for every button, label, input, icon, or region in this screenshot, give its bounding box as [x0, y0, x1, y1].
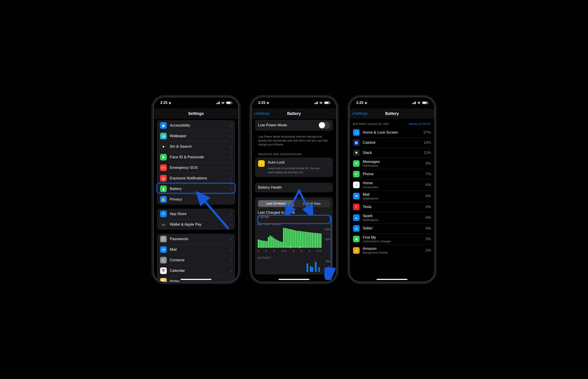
row-faceid[interactable]: ☻Face ID & Passcode› — [157, 152, 235, 162]
auto-lock-row[interactable]: 💡 Auto-Lock Auto-Lock is currently turne… — [255, 158, 333, 177]
mail-pct: 5% — [425, 194, 431, 198]
battery-icon — [226, 101, 232, 104]
level-bar — [273, 238, 274, 248]
back-button[interactable]: ‹ Settings — [254, 111, 270, 116]
phone-label: Phone — [363, 172, 422, 176]
activity-bar — [312, 267, 313, 272]
calcbot-pct: 15% — [424, 141, 431, 145]
level-bar — [303, 232, 305, 248]
usage-row-home-lock[interactable]: ❏Home & Lock Screen27% — [353, 127, 431, 138]
home-lock-label: Home & Lock Screen — [363, 130, 420, 135]
mail-label: Mail — [170, 247, 227, 252]
home-indicator[interactable] — [376, 279, 408, 280]
chevron-left-icon: ‹ — [352, 111, 354, 116]
usage-row-tesla[interactable]: TTesla4% — [353, 202, 431, 212]
usage-row-calcbot[interactable]: ▦Calcbot15% — [353, 138, 431, 148]
x-tick: 6 — [266, 250, 267, 252]
x-tick: 12 A — [281, 250, 286, 252]
seg-24h[interactable]: Last 24 Hours — [258, 200, 294, 207]
tesla-label: Tesla — [363, 205, 422, 209]
status-time: 2:25 — [160, 101, 167, 105]
x-tick: 9 — [309, 250, 310, 252]
home-indicator[interactable] — [180, 279, 212, 280]
y-50: 50% — [323, 238, 330, 240]
battery-content[interactable]: Low Power Mode Low Power Mode temporaril… — [252, 119, 336, 282]
time-range-segmented[interactable]: Last 24 Hours Last 10 Days — [258, 200, 330, 207]
level-bar — [286, 228, 288, 248]
contacts-label: Contacts — [170, 258, 227, 262]
nav-bar: ‹ Settings Battery — [252, 108, 336, 119]
usage-row-mail[interactable]: ✉MailNotifications5% — [353, 190, 431, 202]
level-bar — [293, 230, 295, 248]
siri-icon: ● — [160, 143, 167, 150]
back-label: Settings — [256, 111, 270, 116]
level-bar — [260, 240, 261, 248]
seg-10d[interactable]: Last 10 Days — [294, 200, 330, 207]
insights-header: INSIGHTS AND SUGGESTIONS — [255, 147, 333, 158]
usage-row-amazon[interactable]: aAmazonBackground Activity2% — [353, 245, 431, 256]
level-bar — [280, 241, 281, 248]
level-bar — [266, 241, 268, 248]
level-bar — [320, 234, 322, 248]
usage-row-findmy[interactable]: ◉Find MyConnected to Charger3% — [353, 234, 431, 245]
usage-row-safari[interactable]: ◎Safari4% — [353, 223, 431, 234]
tesla-icon: T — [353, 204, 360, 210]
slack-pct: 11% — [424, 151, 431, 155]
row-mail[interactable]: ✉Mail› — [157, 244, 235, 255]
low-power-mode-row[interactable]: Low Power Mode — [255, 120, 333, 131]
settings-list[interactable]: ◉Accessibility›❀Wallpaper›●Siri & Search… — [154, 119, 238, 282]
appstore-icon: A — [160, 211, 167, 217]
usage-content[interactable]: BATTERY USAGE BY APP SHOW ACTIVITY ❏Home… — [350, 119, 434, 282]
usage-row-slack[interactable]: ✱Slack11% — [353, 148, 431, 158]
level-bar — [275, 239, 276, 248]
level-bar — [276, 240, 278, 248]
activity-y-60m: 60m — [326, 260, 330, 263]
usage-row-messages[interactable]: ✉MessagesNotifications9% — [353, 158, 431, 169]
usage-row-spark[interactable]: ▴SparkNotifications4% — [353, 212, 431, 223]
nav-bar: Settings — [154, 108, 238, 119]
phone-pct: 7% — [425, 172, 431, 176]
row-siri[interactable]: ●Siri & Search› — [157, 141, 235, 152]
wifi-icon — [417, 101, 421, 104]
settings-group: AApp Store›▭Wallet & Apple Pay› — [157, 209, 235, 230]
chevron-left-icon: ‹ — [254, 111, 256, 116]
row-sos[interactable]: SOSEmergency SOS› — [157, 162, 235, 173]
show-activity-button[interactable]: SHOW ACTIVITY — [408, 122, 431, 126]
level-bar — [281, 242, 283, 248]
row-calendar[interactable]: 📅Calendar› — [157, 266, 235, 276]
row-accessibility[interactable]: ◉Accessibility› — [157, 120, 235, 131]
last-charged-time: 7:33 AM — [258, 215, 330, 219]
nav-title: Settings — [188, 111, 204, 116]
home-indicator[interactable] — [278, 279, 310, 280]
level-bar — [296, 231, 298, 248]
row-contacts[interactable]: ☺Contacts› — [157, 255, 235, 266]
findmy-label: Find My — [363, 235, 422, 240]
usage-list: ❏Home & Lock Screen27%▦Calcbot15%✱Slack1… — [353, 127, 431, 256]
row-exposure[interactable]: ⊚Exposure Notifications› — [157, 173, 235, 184]
battery-health-row[interactable]: Battery Health › — [255, 183, 333, 192]
level-bar — [285, 228, 286, 248]
row-privacy[interactable]: ✋Privacy› — [157, 194, 235, 205]
lpm-toggle[interactable] — [318, 122, 330, 129]
home-pct: 6% — [425, 183, 431, 187]
level-bar — [310, 232, 311, 248]
activity-header: ACTIVITY — [258, 252, 330, 259]
nav-title: Battery — [385, 111, 399, 116]
row-wallet[interactable]: ▭Wallet & Apple Pay› — [157, 219, 235, 230]
safari-pct: 4% — [425, 226, 431, 231]
level-bar — [270, 236, 271, 248]
row-passwords[interactable]: ⚿Passwords› — [157, 234, 235, 244]
row-wallpaper[interactable]: ❀Wallpaper› — [157, 131, 235, 141]
amazon-pct: 2% — [425, 248, 431, 253]
row-battery[interactable]: ▮Battery› — [157, 184, 235, 194]
amazon-sublabel: Background Activity — [363, 251, 422, 254]
passwords-label: Passwords — [170, 237, 227, 241]
settings-group: ◉Accessibility›❀Wallpaper›●Siri & Search… — [157, 120, 235, 205]
back-button[interactable]: ‹ Settings — [352, 111, 368, 116]
usage-row-phone[interactable]: ✆Phone7% — [353, 169, 431, 179]
wallet-icon: ▭ — [160, 221, 167, 228]
usage-row-home[interactable]: ⌂HomeAccessories6% — [353, 179, 431, 190]
row-appstore[interactable]: AApp Store› — [157, 209, 235, 219]
level-bar — [312, 233, 313, 248]
location-arrow-icon: ➤ — [266, 101, 269, 105]
